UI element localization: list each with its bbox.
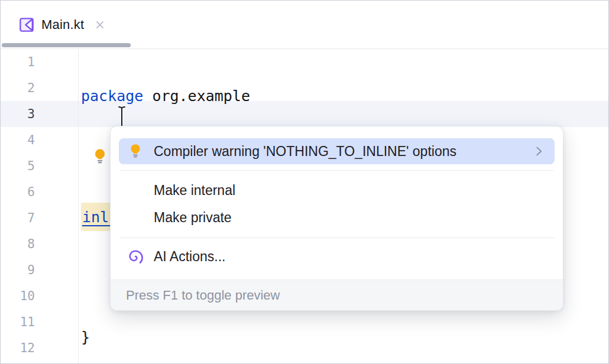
close-tab-icon[interactable] bbox=[95, 20, 105, 30]
tab-main-kt[interactable]: Main.kt bbox=[1, 1, 119, 48]
line-number: 2 bbox=[1, 75, 35, 101]
menu-item-compiler-warning-options[interactable]: Compiler warning 'NOTHING_TO_INLINE' opt… bbox=[119, 138, 555, 164]
line-number: 4 bbox=[1, 127, 35, 153]
lightbulb-icon[interactable] bbox=[92, 148, 108, 165]
popup-footer-hint: Press F1 to toggle preview bbox=[111, 280, 563, 310]
menu-item-label: Compiler warning 'NOTHING_TO_INLINE' opt… bbox=[154, 144, 456, 160]
active-tab-underline bbox=[2, 43, 131, 47]
package-name: org.example bbox=[143, 83, 250, 109]
line-number: 5 bbox=[1, 153, 35, 179]
submenu-chevron-icon bbox=[532, 145, 545, 158]
menu-item-label: Make internal bbox=[154, 183, 235, 199]
menu-item-label: AI Actions... bbox=[154, 249, 225, 265]
code-line-1: package org.example bbox=[81, 83, 608, 109]
line-number: 11 bbox=[1, 309, 35, 335]
line-number: 10 bbox=[1, 283, 35, 309]
line-number: 12 bbox=[1, 335, 35, 361]
line-number: 1 bbox=[1, 49, 35, 75]
keyword-package: package bbox=[81, 83, 143, 109]
menu-item-label: Make private bbox=[154, 210, 232, 226]
menu-separator bbox=[119, 238, 554, 238]
kotlin-file-icon bbox=[19, 17, 34, 32]
intention-menu-list: Compiler warning 'NOTHING_TO_INLINE' opt… bbox=[111, 126, 563, 270]
tab-label: Main.kt bbox=[41, 17, 84, 32]
editor-gutter: 1 2 3 4 5 6 7 8 9 10 11 12 bbox=[1, 49, 79, 363]
menu-item-make-internal[interactable]: Make internal bbox=[119, 177, 555, 204]
menu-item-ai-actions[interactable]: AI Actions... bbox=[119, 243, 555, 270]
editor-tab-bar: Main.kt bbox=[1, 1, 608, 49]
line-number: 7 bbox=[1, 205, 35, 231]
menu-item-make-private[interactable]: Make private bbox=[119, 204, 555, 231]
intention-actions-popup: Compiler warning 'NOTHING_TO_INLINE' opt… bbox=[110, 126, 563, 311]
lightbulb-icon bbox=[127, 143, 144, 160]
line-number: 9 bbox=[1, 257, 35, 283]
line-number: 8 bbox=[1, 231, 35, 257]
ai-spiral-icon bbox=[127, 248, 144, 265]
line-number: 6 bbox=[1, 179, 35, 205]
line-number-active: 3 bbox=[1, 101, 35, 127]
closing-brace: } bbox=[81, 324, 90, 350]
menu-separator bbox=[119, 170, 554, 171]
footer-hint-text: Press F1 to toggle preview bbox=[126, 288, 280, 303]
ide-window: Main.kt 1 2 3 4 5 6 7 8 9 10 11 bbox=[0, 0, 609, 364]
code-line-5: } bbox=[81, 324, 608, 350]
